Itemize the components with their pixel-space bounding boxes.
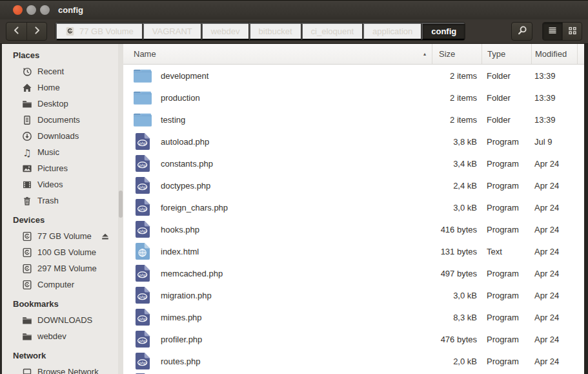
drive-icon (22, 280, 32, 290)
grid-view-icon (567, 25, 578, 37)
drive-icon (22, 247, 32, 258)
file-manager-window: config 77 GB VolumeVAGRANTwebdevbitbucke… (0, 0, 588, 374)
file-row[interactable]: phpprofiler.php476 bytesProgramApr 24 (123, 328, 584, 350)
folder-file-icon (133, 109, 152, 130)
list-view-icon (547, 25, 558, 37)
sidebar-item-77-gb-volume[interactable]: 77 GB Volume (2, 228, 118, 244)
file-row[interactable]: phpmemcached.php497 bytesProgramApr 24 (123, 262, 584, 284)
minimize-button[interactable] (26, 5, 36, 15)
file-modified: Jul 9 (531, 137, 577, 147)
file-size: 497 bytes (432, 269, 482, 278)
breadcrumb-item-application[interactable]: application (363, 23, 421, 40)
sidebar-item-videos[interactable]: Videos (2, 176, 118, 192)
file-row[interactable]: phproutes.php2,0 kBProgramApr 24 (123, 350, 584, 372)
breadcrumb-item-config[interactable]: config (421, 23, 465, 40)
file-row[interactable]: development2 itemsFolder13:39 (123, 65, 584, 87)
close-button[interactable] (13, 5, 23, 15)
folder-file-icon (133, 65, 152, 86)
php-file-icon: php (133, 153, 152, 174)
file-name: migration.php (161, 291, 212, 300)
sidebar-item-trash[interactable]: Trash (2, 192, 118, 209)
file-size: 2,0 kB (432, 357, 482, 366)
search-button[interactable] (512, 23, 532, 40)
file-size: 416 bytes (432, 225, 482, 234)
sidebar-item-browse-network[interactable]: Browse Network (2, 364, 118, 374)
content-area: PlacesRecentHomeDesktopDocumentsDownload… (0, 44, 588, 374)
file-row[interactable]: phpconstants.php3,4 kBProgramApr 24 (123, 152, 584, 174)
sidebar-item-webdev[interactable]: webdev (2, 328, 118, 344)
breadcrumb-item-vagrant[interactable]: VAGRANT (143, 23, 201, 40)
file-modified: Apr 24 (531, 247, 577, 256)
list-view-button[interactable] (543, 23, 562, 40)
breadcrumb-item-77-gb-volume[interactable]: 77 GB Volume (56, 23, 143, 40)
sidebar-item-computer[interactable]: Computer (2, 276, 118, 293)
folder-icon (22, 99, 32, 109)
svg-text:php: php (139, 207, 147, 212)
breadcrumb-item-webdev[interactable]: webdev (201, 23, 249, 40)
chevron-right-icon (32, 25, 42, 37)
sidebar-item-music[interactable]: ♫Music (2, 144, 118, 160)
network-icon (22, 367, 32, 374)
file-row[interactable]: phpmimes.php8,3 kBProgramApr 24 (123, 306, 584, 328)
drive-icon (65, 26, 75, 36)
svg-text:php: php (139, 163, 147, 168)
file-type: Folder (482, 71, 531, 81)
file-row[interactable]: index.html131 bytesTextApr 24 (123, 240, 584, 262)
sidebar-item-downloads[interactable]: Downloads (2, 128, 118, 144)
file-type: Program (482, 313, 531, 322)
file-row[interactable]: testing2 itemsFolder13:39 (123, 109, 584, 130)
file-size: 131 bytes (432, 247, 482, 256)
forward-button[interactable] (26, 23, 46, 40)
file-name: hooks.php (161, 225, 199, 234)
sidebar-item-home[interactable]: Home (2, 79, 118, 96)
document-icon (22, 115, 32, 125)
column-header-size[interactable]: Size (432, 44, 482, 64)
maximize-button[interactable] (40, 5, 50, 15)
file-row[interactable]: production2 itemsFolder13:39 (123, 87, 584, 109)
column-header-modified[interactable]: Modified (531, 44, 577, 64)
file-modified: Apr 24 (531, 181, 577, 191)
breadcrumb-item-bitbucket[interactable]: bitbucket (249, 23, 301, 40)
file-name: testing (161, 115, 185, 125)
php-file-icon: php (133, 197, 152, 218)
file-row[interactable]: phpforeign_chars.php3,0 kBProgramApr 24 (123, 196, 584, 218)
file-size: 8,3 kB (432, 313, 482, 322)
file-name: doctypes.php (161, 181, 210, 191)
svg-text:php: php (139, 317, 147, 322)
breadcrumb-item-ci-eloquent[interactable]: ci_eloquent (301, 23, 363, 40)
sidebar-item-desktop[interactable]: Desktop (2, 96, 118, 112)
grid-view-button[interactable] (562, 23, 582, 40)
sidebar-item-recent[interactable]: Recent (2, 63, 118, 79)
file-name: constants.php (161, 159, 213, 169)
file-row[interactable]: phpdoctypes.php2,4 kBProgramApr 24 (123, 174, 584, 196)
php-file-icon: php (133, 307, 152, 327)
file-row[interactable]: phpmigration.php3,0 kBProgramApr 24 (123, 284, 584, 306)
eject-icon[interactable] (100, 231, 110, 242)
sidebar-section-places: Places (2, 48, 118, 63)
window-title: config (58, 5, 83, 15)
file-list: Name ▴ Size Type Modified development2 i… (123, 44, 584, 374)
sidebar-item-pictures[interactable]: Pictures (2, 160, 118, 176)
column-header-type[interactable]: Type (482, 44, 531, 64)
file-name: mimes.php (161, 313, 202, 322)
folder-file-icon (133, 87, 152, 108)
file-size: 2,4 kB (432, 181, 482, 191)
sidebar-scrollbar-thumb[interactable] (119, 191, 123, 218)
back-button[interactable] (6, 23, 26, 40)
sidebar: PlacesRecentHomeDesktopDocumentsDownload… (2, 44, 118, 374)
svg-text:php: php (139, 273, 147, 278)
sidebar-item-downloads[interactable]: DOWNLOADS (2, 312, 118, 328)
sidebar-item-100-gb-volume[interactable]: 100 GB Volume (2, 244, 118, 260)
sidebar-scrollbar[interactable] (118, 44, 123, 374)
sidebar-item-297-mb-volume[interactable]: 297 MB Volume (2, 260, 118, 276)
file-name: index.html (161, 247, 199, 256)
sidebar-item-documents[interactable]: Documents (2, 112, 118, 128)
file-row[interactable]: phphooks.php416 bytesProgramApr 24 (123, 218, 584, 240)
file-size: 2 items (432, 115, 482, 125)
column-header-name[interactable]: Name ▴ (123, 44, 432, 64)
php-file-icon: php (133, 351, 152, 371)
file-row[interactable]: phpautoload.php3,8 kBProgramJul 9 (123, 130, 584, 152)
php-file-icon: php (133, 285, 152, 306)
file-type: Program (482, 203, 531, 213)
svg-text:♫: ♫ (23, 147, 31, 158)
